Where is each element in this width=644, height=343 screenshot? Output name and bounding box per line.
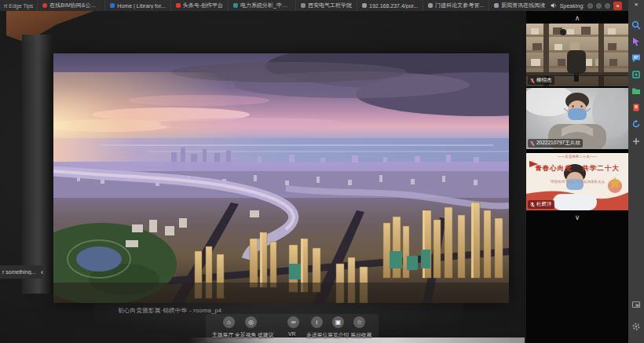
pointer-icon[interactable]	[631, 37, 641, 46]
tab-reference[interactable]: 门捷科论文参考管...	[423, 0, 488, 11]
tab-college[interactable]: 西安电气工程学院	[295, 0, 357, 11]
participant-tile-3[interactable]: ——喜迎党的二十大—— 青春心向党 共学二十大 “强国有我”学习二十大精神表彰大…	[526, 153, 628, 210]
mic-muted-icon	[530, 202, 535, 208]
settings-gear-icon[interactable]	[631, 322, 641, 331]
speaker-avatar	[605, 3, 610, 9]
panorama-button[interactable]: ◎	[245, 316, 257, 328]
tab-library[interactable]: Home | Library for...	[104, 0, 170, 11]
collapse-chevron-up[interactable]: ∧	[526, 14, 628, 22]
tab-favicon	[494, 3, 499, 8]
toolbar-labels-left: 主题展厅 全景视角 提建议	[212, 331, 274, 339]
capture-icon[interactable]	[631, 70, 641, 79]
tab-favicon	[110, 3, 115, 8]
chat-icon[interactable]	[631, 53, 641, 63]
close-icon[interactable]: ×	[613, 2, 622, 10]
participant-name-badge: 2022210797王兵欣	[528, 139, 583, 148]
tab-favicon	[233, 3, 238, 8]
tab-favicon	[176, 3, 181, 8]
add-icon[interactable]	[631, 137, 641, 146]
chat-input-fragment[interactable]: r something... ‹	[0, 265, 46, 279]
meeting-speaking-indicator: Speaking: ×	[551, 2, 628, 10]
chevron-left-icon[interactable]: ‹	[41, 268, 46, 276]
tab-toutiao[interactable]: 头条号-创作平台	[170, 0, 228, 11]
tab-portal-ip[interactable]: 192.168.237.4/por...	[357, 0, 423, 11]
meeting-participants-panel: ∧ 柳绍杰	[526, 11, 628, 343]
expand-chevron-down[interactable]: ∨	[526, 213, 628, 221]
wall-corner	[22, 35, 52, 294]
toolbar-label-vr: VR	[288, 331, 295, 337]
browser-side-toolbar: ×	[628, 0, 644, 343]
search-icon[interactable]	[631, 20, 641, 30]
speaker-icon	[551, 2, 557, 9]
speaking-label: Speaking:	[560, 3, 584, 9]
toolbar-labels-right: 走进展位展览介绍 展品收藏	[306, 331, 371, 339]
booth-intro-button[interactable]: i	[311, 316, 323, 328]
refresh-icon[interactable]	[631, 119, 641, 129]
tab-favicon	[362, 3, 367, 8]
browser-tab-bar: rt Edge Tips 在线BIM协同&公共模... Home | Libra…	[0, 0, 628, 11]
cityscape-photo-exhibit[interactable]	[53, 53, 509, 303]
virtual-exhibition-room: 初心向党摄影展·锦绣中华 - rooma_p4 r something... ‹…	[0, 11, 526, 343]
mic-muted-icon	[530, 140, 535, 147]
close-icon[interactable]: ×	[628, 1, 644, 8]
participant-tile-1[interactable]: 柳绍杰	[526, 24, 628, 86]
tour-toolbar: ⌂ ◎ ∞ i ▣ ☆ 主题展厅 全景视角 提建议 VR 走进展位展览介绍 展品…	[206, 314, 379, 342]
folder-icon[interactable]	[631, 86, 641, 96]
speaker-avatar	[596, 3, 602, 9]
participant-tile-2[interactable]: 2022210797王兵欣	[526, 88, 628, 149]
tab-favicon	[428, 3, 433, 8]
participant-name-badge: 杜辉洋	[528, 200, 554, 209]
chat-placeholder: r something...	[0, 269, 41, 275]
cityscape-art	[53, 53, 509, 303]
collect-button[interactable]: ☆	[353, 316, 365, 328]
reader-icon[interactable]	[631, 103, 641, 112]
tab-power-system[interactable]: 电力系统分析_中国...	[228, 0, 295, 11]
mic-muted-icon	[530, 78, 535, 84]
exhibit-info-button[interactable]: ▣	[332, 316, 344, 328]
tab-window-fragment[interactable]: rt Edge Tips	[0, 3, 37, 9]
tab-reader[interactable]: 新闻资讯在线阅读	[488, 0, 550, 11]
theme-hall-button[interactable]: ⌂	[223, 316, 235, 328]
participant-name-badge: 柳绍杰	[528, 76, 554, 85]
tab-favicon	[42, 3, 47, 8]
tab-bim[interactable]: 在线BIM协同&公共模...	[37, 0, 104, 11]
speaker-avatar	[587, 3, 593, 9]
tab-favicon	[301, 3, 306, 8]
vr-mode-button[interactable]: ∞	[287, 316, 299, 328]
pip-icon[interactable]	[631, 300, 641, 309]
